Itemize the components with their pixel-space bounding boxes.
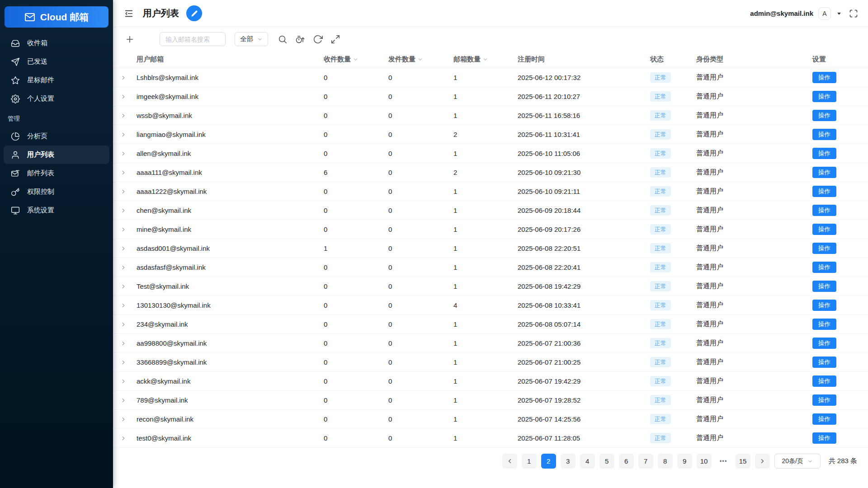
sent-count: 0 <box>388 225 453 233</box>
mailbox-count: 1 <box>453 282 518 290</box>
column-header-email: 用户邮箱 <box>137 55 324 64</box>
row-expand-chevron-icon[interactable] <box>120 131 127 138</box>
action-button[interactable]: 操作 <box>812 394 836 406</box>
avatar[interactable]: A <box>818 7 831 20</box>
search-input[interactable] <box>160 32 226 46</box>
sort-caret-icon[interactable] <box>353 56 359 62</box>
role-label: 普通用户 <box>696 206 812 215</box>
page-size-select[interactable]: 20条/页 <box>774 454 821 469</box>
expand-icon[interactable] <box>330 34 340 44</box>
timer-sort-icon[interactable] <box>295 34 305 44</box>
row-expand-chevron-icon[interactable] <box>120 113 127 119</box>
page-button[interactable]: 2 <box>541 454 556 469</box>
action-button[interactable]: 操作 <box>812 357 836 368</box>
row-expand-chevron-icon[interactable] <box>120 435 127 441</box>
sidebar: Cloud 邮箱 收件箱 已发送 星标邮件 个人设置 管理 分析页 <box>0 0 113 488</box>
sidebar-item-inbox[interactable]: 收件箱 <box>4 34 109 52</box>
sent-count: 0 <box>388 206 453 214</box>
menu-fold-icon[interactable] <box>124 9 134 19</box>
sidebar-item-system-settings[interactable]: 系统设置 <box>4 201 109 220</box>
sent-count: 0 <box>388 131 453 138</box>
sent-count: 0 <box>388 188 453 195</box>
row-expand-chevron-icon[interactable] <box>120 302 127 309</box>
star-icon <box>11 76 20 85</box>
page-button[interactable]: 5 <box>599 454 614 469</box>
sidebar-item-analytics[interactable]: 分析页 <box>4 127 109 145</box>
page-button[interactable]: 1 <box>522 454 537 469</box>
action-button[interactable]: 操作 <box>812 148 836 160</box>
action-button[interactable]: 操作 <box>812 281 836 292</box>
user-email: 234@skymail.ink <box>137 320 324 328</box>
row-expand-chevron-icon[interactable] <box>120 150 127 157</box>
row-expand-chevron-icon[interactable] <box>120 226 127 233</box>
page-button[interactable]: 15 <box>736 454 750 469</box>
page-button[interactable]: 10 <box>697 454 712 469</box>
row-expand-chevron-icon[interactable] <box>120 378 127 385</box>
table-row: Test@skymail.ink 0 0 1 2025-06-08 19:42:… <box>113 277 868 296</box>
edit-title-button[interactable] <box>186 5 202 21</box>
sent-count: 0 <box>388 112 453 119</box>
action-button[interactable]: 操作 <box>812 167 836 178</box>
sidebar-item-personal-settings[interactable]: 个人设置 <box>4 89 109 108</box>
row-expand-chevron-icon[interactable] <box>120 264 127 271</box>
action-button[interactable]: 操作 <box>812 72 836 84</box>
sent-count: 0 <box>388 150 453 157</box>
sidebar-item-sent[interactable]: 已发送 <box>4 52 109 71</box>
action-button[interactable]: 操作 <box>812 186 836 197</box>
action-button[interactable]: 操作 <box>812 243 836 254</box>
row-expand-chevron-icon[interactable] <box>120 321 127 328</box>
row-expand-chevron-icon[interactable] <box>120 188 127 195</box>
action-button[interactable]: 操作 <box>812 129 836 141</box>
action-button[interactable]: 操作 <box>812 375 836 387</box>
action-button[interactable]: 操作 <box>812 91 836 103</box>
action-button[interactable]: 操作 <box>812 262 836 273</box>
column-header-received: 收件数量 <box>324 55 388 64</box>
page-button[interactable]: 7 <box>638 454 653 469</box>
row-expand-chevron-icon[interactable] <box>120 340 127 347</box>
action-button[interactable]: 操作 <box>812 205 836 216</box>
sidebar-item-mail-list[interactable]: 邮件列表 <box>4 164 109 183</box>
filter-select[interactable]: 全部 <box>235 32 268 46</box>
sidebar-item-permissions[interactable]: 权限控制 <box>4 183 109 201</box>
action-button[interactable]: 操作 <box>812 110 836 122</box>
role-label: 普通用户 <box>696 92 812 101</box>
row-expand-chevron-icon[interactable] <box>120 169 127 176</box>
table-row: recon@skymail.ink 0 0 1 2025-06-07 14:25… <box>113 410 868 429</box>
row-expand-chevron-icon[interactable] <box>120 75 127 81</box>
row-expand-chevron-icon[interactable] <box>120 397 127 404</box>
page-button[interactable]: 4 <box>580 454 595 469</box>
action-button[interactable]: 操作 <box>812 338 836 349</box>
role-label: 普通用户 <box>696 168 812 177</box>
next-page-button[interactable] <box>755 454 770 469</box>
column-header-settings: 设置 <box>812 55 857 64</box>
mailbox-count: 1 <box>453 263 518 271</box>
sidebar-item-starred[interactable]: 星标邮件 <box>4 71 109 89</box>
sidebar-item-user-list[interactable]: 用户列表 <box>4 145 109 164</box>
action-button[interactable]: 操作 <box>812 432 836 444</box>
sort-caret-icon[interactable] <box>417 56 423 62</box>
page-button[interactable]: 3 <box>561 454 576 469</box>
action-button[interactable]: 操作 <box>812 300 836 311</box>
fullscreen-icon[interactable] <box>849 9 858 18</box>
action-button[interactable]: 操作 <box>812 224 836 235</box>
page-button[interactable]: 6 <box>619 454 634 469</box>
row-expand-chevron-icon[interactable] <box>120 94 127 100</box>
caret-down-icon[interactable] <box>836 10 842 17</box>
add-user-button[interactable] <box>125 34 135 44</box>
row-expand-chevron-icon[interactable] <box>120 245 127 252</box>
logo-button[interactable]: Cloud 邮箱 <box>5 6 108 28</box>
row-expand-chevron-icon[interactable] <box>120 207 127 214</box>
action-button[interactable]: 操作 <box>812 413 836 425</box>
page-button[interactable]: 9 <box>677 454 692 469</box>
row-expand-chevron-icon[interactable] <box>120 359 127 366</box>
refresh-icon[interactable] <box>313 34 323 44</box>
search-icon[interactable] <box>278 34 288 44</box>
sort-caret-icon[interactable] <box>482 56 488 62</box>
prev-page-button[interactable] <box>502 454 517 469</box>
row-expand-chevron-icon[interactable] <box>120 416 127 422</box>
action-button[interactable]: 操作 <box>812 319 836 330</box>
page-button[interactable]: 8 <box>658 454 673 469</box>
mailbox-count: 1 <box>453 112 518 119</box>
row-expand-chevron-icon[interactable] <box>120 283 127 290</box>
page-button[interactable]: ••• <box>716 454 731 469</box>
